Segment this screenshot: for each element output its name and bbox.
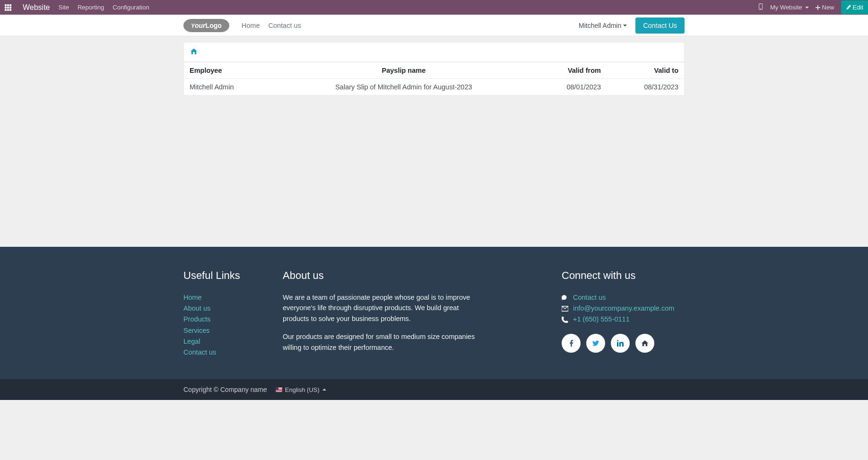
subfooter: Copyright © Company name English (US): [0, 379, 868, 400]
nav-contact[interactable]: Contact us: [268, 22, 301, 29]
cell-from: 08/01/2023: [529, 79, 607, 95]
th-employee: Employee: [184, 62, 278, 79]
home-social-icon[interactable]: [635, 334, 654, 353]
user-dropdown[interactable]: Mitchell Admin: [579, 22, 627, 29]
twitter-icon[interactable]: [586, 334, 605, 353]
mobile-icon[interactable]: [758, 3, 764, 11]
contact-link[interactable]: Contact us: [573, 292, 606, 303]
menu-site[interactable]: Site: [59, 4, 69, 11]
copyright: Copyright © Company name: [183, 386, 267, 393]
menu-configuration[interactable]: Configuration: [113, 4, 149, 11]
envelope-icon: [562, 305, 568, 312]
flag-icon: [276, 387, 282, 392]
about-title: About us: [283, 269, 486, 282]
breadcrumb: [183, 42, 685, 62]
navbar: YourLogo Home Contact us Mitchell Admin …: [0, 15, 868, 36]
link-contact[interactable]: Contact us: [183, 347, 269, 358]
language-selector[interactable]: English (US): [276, 386, 326, 393]
logo[interactable]: YourLogo: [183, 19, 229, 32]
linkedin-icon[interactable]: [611, 334, 630, 353]
useful-links-title: Useful Links: [183, 269, 269, 282]
cell-payslip: Salary Slip of Mitchell Admin for August…: [278, 79, 529, 95]
connect-title: Connect with us: [562, 269, 685, 282]
menu-reporting[interactable]: Reporting: [78, 4, 104, 11]
link-about[interactable]: About us: [183, 303, 269, 314]
cell-to: 08/31/2023: [607, 79, 685, 95]
edit-button[interactable]: Edit: [841, 0, 868, 14]
home-icon[interactable]: [191, 48, 197, 56]
link-products[interactable]: Products: [183, 314, 269, 325]
svg-rect-3: [816, 7, 820, 8]
new-button[interactable]: New: [816, 4, 834, 11]
phone-link[interactable]: +1 (650) 555-0111: [573, 314, 630, 325]
brand-title[interactable]: Website: [23, 3, 50, 12]
speech-icon: [562, 295, 568, 301]
table-row[interactable]: Mitchell Admin Salary Slip of Mitchell A…: [184, 79, 685, 95]
link-services[interactable]: Services: [183, 325, 269, 336]
link-home[interactable]: Home: [183, 292, 269, 303]
apps-icon[interactable]: [5, 4, 14, 11]
my-website-dropdown[interactable]: My Website: [770, 4, 809, 11]
facebook-icon[interactable]: [562, 334, 581, 353]
phone-icon: [562, 316, 568, 323]
footer: Useful Links Home About us Products Serv…: [0, 247, 868, 379]
admin-bar: Website Site Reporting Configuration My …: [0, 0, 868, 15]
nav-home[interactable]: Home: [242, 22, 260, 29]
th-payslip: Payslip name: [278, 62, 529, 79]
th-to: Valid to: [607, 62, 685, 79]
about-p1: We are a team of passionate people whose…: [283, 292, 486, 324]
th-from: Valid from: [529, 62, 607, 79]
email-link[interactable]: info@yourcompany.example.com: [573, 303, 674, 314]
contact-us-button[interactable]: Contact Us: [635, 17, 685, 34]
cell-employee: Mitchell Admin: [184, 79, 278, 95]
link-legal[interactable]: Legal: [183, 336, 269, 347]
about-p2: Our products are designed for small to m…: [283, 331, 486, 353]
payslip-table: Employee Payslip name Valid from Valid t…: [183, 62, 685, 95]
